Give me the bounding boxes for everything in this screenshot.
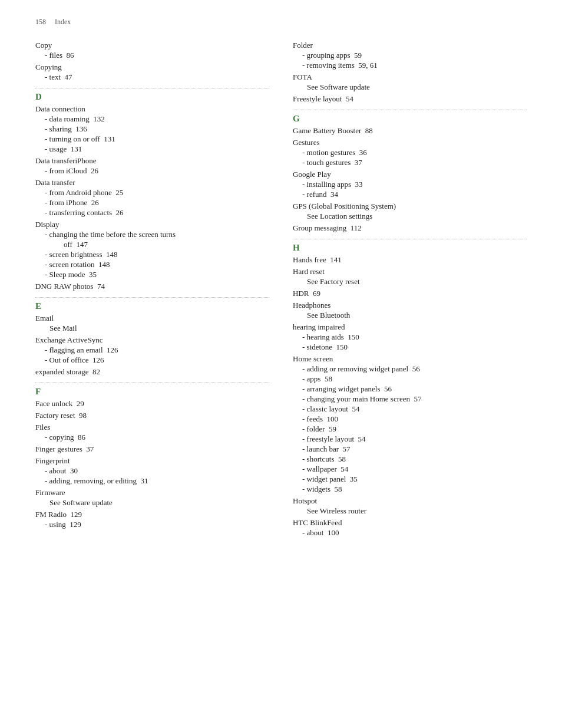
section-letter-h: H bbox=[293, 243, 527, 253]
page-title: Index bbox=[55, 18, 71, 26]
entry-dng: DNG RAW photos 74 bbox=[35, 282, 269, 291]
divider-f bbox=[35, 383, 269, 383]
entry-google-play: Google Play - installing apps 33 - refun… bbox=[293, 170, 527, 199]
divider-h bbox=[293, 239, 527, 239]
left-column: Copy - files 86 Copying - text 47 D Data… bbox=[35, 38, 269, 538]
entry-data-transfer: Data transfer - from Android phone 25 - … bbox=[35, 178, 269, 218]
section-letter-f: F bbox=[35, 387, 269, 397]
divider-d bbox=[35, 88, 269, 88]
entry-sub-text: - text 47 bbox=[45, 73, 269, 82]
entry-factory-reset: Factory reset 98 bbox=[35, 411, 269, 420]
entry-files: Files - copying 86 bbox=[35, 423, 269, 442]
entry-data-connection: Data connection - data roaming 132 - sha… bbox=[35, 104, 269, 154]
entry-main-display: Display bbox=[35, 220, 269, 229]
entry-fm-radio: FM Radio 129 - using 129 bbox=[35, 510, 269, 529]
entry-hotspot: Hotspot See Wireless router bbox=[293, 496, 527, 516]
entry-fingerprint: Fingerprint - about 30 - adding, removin… bbox=[35, 456, 269, 486]
entry-headphones: Headphones See Bluetooth bbox=[293, 301, 527, 320]
entry-main-data-transfer: Data transfer bbox=[35, 178, 269, 187]
page-header: 158 Index bbox=[35, 18, 527, 27]
entry-hands-free: Hands free 141 bbox=[293, 255, 527, 265]
entry-finger-gestures: Finger gestures 37 bbox=[35, 444, 269, 454]
entry-game-battery: Game Battery Booster 88 bbox=[293, 126, 527, 136]
entry-htc-blinkfeed: HTC BlinkFeed - about 100 bbox=[293, 518, 527, 538]
entry-display: Display - changing the time before the s… bbox=[35, 220, 269, 279]
entry-copy: Copy - files 86 Copying - text 47 bbox=[35, 41, 269, 82]
entry-gps: GPS (Global Positioning System) See Loca… bbox=[293, 202, 527, 221]
section-letter-d: D bbox=[35, 92, 269, 102]
entry-hdr: HDR 69 bbox=[293, 289, 527, 298]
section-letter-g: G bbox=[293, 114, 527, 124]
section-letter-e: E bbox=[35, 301, 269, 311]
entry-email: Email See Mail bbox=[35, 314, 269, 333]
entry-main-data-connection: Data connection bbox=[35, 104, 269, 114]
divider-g bbox=[293, 110, 527, 110]
entry-main-copy: Copy bbox=[35, 41, 269, 50]
entry-expanded-storage: expanded storage 82 bbox=[35, 367, 269, 377]
entry-exchange: Exchange ActiveSync - flagging an email … bbox=[35, 335, 269, 365]
entry-firmware: Firmware See Software update bbox=[35, 488, 269, 508]
entry-gestures: Gestures - motion gestures 36 - touch ge… bbox=[293, 138, 527, 167]
entry-main-data-transferiphone: Data transferiPhone bbox=[35, 156, 269, 166]
entry-face-unlock: Face unlock 29 bbox=[35, 399, 269, 409]
right-column: Folder - grouping apps 59 - removing ite… bbox=[293, 38, 527, 538]
entry-home-screen: Home screen - adding or removing widget … bbox=[293, 354, 527, 494]
entry-fota: FOTA See Software update bbox=[293, 73, 527, 92]
entry-main-copying: Copying bbox=[35, 62, 269, 72]
entry-hearing-impaired: hearing impaired - hearing aids 150 - si… bbox=[293, 322, 527, 352]
entry-hard-reset: Hard reset See Factory reset bbox=[293, 267, 527, 286]
entry-data-transferiphone: Data transferiPhone - from iCloud 26 bbox=[35, 156, 269, 176]
divider-e bbox=[35, 297, 269, 298]
page-number: 158 bbox=[35, 18, 46, 26]
entry-group-messaging: Group messaging 112 bbox=[293, 223, 527, 233]
entry-sub-files: - files 86 bbox=[45, 51, 269, 60]
entry-folder: Folder - grouping apps 59 - removing ite… bbox=[293, 41, 527, 70]
entry-freestyle-layout: Freestyle layout 54 bbox=[293, 94, 527, 104]
